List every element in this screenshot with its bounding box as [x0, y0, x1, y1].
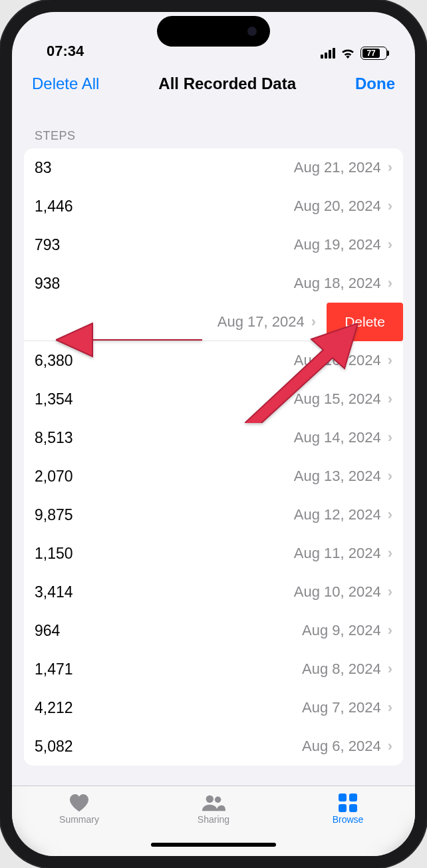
tab-label: Summary [59, 814, 99, 825]
status-indicators: 77 [321, 47, 387, 60]
table-row[interactable]: 793Aug 19, 2024› [24, 225, 403, 264]
dynamic-island [157, 16, 270, 47]
wifi-icon [341, 48, 355, 59]
chevron-right-icon: › [388, 275, 392, 292]
table-row[interactable]: 83Aug 21, 2024› [24, 148, 403, 187]
delete-button[interactable]: Delete [327, 303, 403, 341]
chevron-right-icon: › [388, 352, 392, 369]
table-row[interactable]: 8,513Aug 14, 2024› [24, 418, 403, 457]
chevron-right-icon: › [388, 660, 392, 678]
step-count: 5,082 [35, 738, 302, 756]
delete-all-button[interactable]: Delete All [32, 74, 99, 93]
record-date: Aug 16, 2024 [294, 352, 381, 369]
battery-icon: 77 [360, 47, 387, 60]
record-date: Aug 18, 2024 [294, 275, 381, 292]
table-row[interactable]: 1,446Aug 20, 2024› [24, 187, 403, 225]
step-count: 938 [35, 275, 294, 293]
step-count: 8,513 [35, 429, 294, 447]
step-count: 1,471 [35, 660, 302, 678]
svg-rect-4 [339, 804, 347, 812]
chevron-right-icon: › [388, 506, 392, 523]
chevron-right-icon: › [388, 622, 392, 639]
table-row[interactable]: 1,471Aug 8, 2024› [24, 650, 403, 688]
step-count: 83 [35, 159, 294, 177]
record-date: Aug 21, 2024 [294, 159, 381, 176]
list-wrap: 83Aug 21, 2024›1,446Aug 20, 2024›793Aug … [12, 148, 415, 786]
tab-summary[interactable]: Summary [13, 793, 146, 825]
record-date: Aug 15, 2024 [294, 390, 381, 408]
table-row[interactable]: 1,150Aug 11, 2024› [24, 534, 403, 573]
chevron-right-icon: › [388, 198, 392, 215]
table-row[interactable]: 938Aug 18, 2024› [24, 264, 403, 303]
step-count: 793 [35, 236, 294, 254]
done-button[interactable]: Done [355, 74, 395, 93]
record-date: Aug 10, 2024 [294, 583, 381, 601]
svg-rect-3 [349, 794, 357, 801]
record-date: Aug 11, 2024 [294, 545, 381, 562]
step-count: 9,875 [35, 506, 294, 524]
chevron-right-icon: › [388, 390, 392, 408]
table-row[interactable]: 9,875Aug 12, 2024› [24, 496, 403, 534]
record-date: Aug 7, 2024 [302, 699, 381, 716]
step-count: 6,380 [35, 352, 294, 370]
record-date: Aug 20, 2024 [294, 198, 381, 215]
record-date: Aug 17, 2024 [217, 313, 305, 331]
chevron-right-icon: › [388, 545, 392, 562]
step-count: 1,446 [35, 198, 294, 216]
nav-bar: Delete All All Recorded Data Done [12, 65, 415, 105]
section-header: STEPS [12, 105, 415, 148]
tab-label: Sharing [198, 814, 229, 825]
status-time: 07:34 [47, 43, 84, 60]
table-row[interactable]: 964Aug 9, 2024› [24, 611, 403, 650]
record-date: Aug 13, 2024 [294, 468, 381, 485]
table-row[interactable]: 5,082Aug 6, 2024› [24, 727, 403, 766]
svg-rect-2 [339, 794, 347, 801]
chevron-right-icon: › [311, 313, 316, 331]
chevron-right-icon: › [388, 429, 392, 446]
steps-list[interactable]: 83Aug 21, 2024›1,446Aug 20, 2024›793Aug … [24, 148, 403, 766]
svg-point-1 [215, 797, 221, 803]
table-row[interactable]: Aug 17, 2024›Delete [24, 303, 403, 341]
table-row[interactable]: 2,070Aug 13, 2024› [24, 457, 403, 496]
record-date: Aug 19, 2024 [294, 236, 381, 253]
step-count: 1,150 [35, 545, 294, 563]
step-count: 1,354 [35, 390, 294, 408]
tab-label: Browse [333, 814, 364, 825]
chevron-right-icon: › [388, 159, 392, 176]
record-date: Aug 8, 2024 [302, 660, 381, 678]
cellular-icon [321, 48, 335, 59]
svg-point-0 [206, 796, 214, 803]
tab-browse[interactable]: Browse [281, 793, 414, 825]
chevron-right-icon: › [388, 699, 392, 716]
tab-sharing[interactable]: Sharing [147, 793, 280, 825]
svg-rect-5 [349, 804, 357, 812]
table-row[interactable]: 4,212Aug 7, 2024› [24, 688, 403, 727]
record-date: Aug 14, 2024 [294, 429, 381, 446]
chevron-right-icon: › [388, 738, 392, 755]
page-title: All Recorded Data [158, 74, 296, 93]
record-date: Aug 6, 2024 [302, 738, 381, 755]
step-count: 4,212 [35, 699, 302, 717]
people-icon [202, 793, 225, 813]
step-count: 964 [35, 622, 302, 640]
home-indicator[interactable] [151, 843, 276, 847]
battery-level: 77 [362, 49, 380, 58]
record-date: Aug 9, 2024 [302, 622, 381, 639]
chevron-right-icon: › [388, 468, 392, 485]
screen: 07:34 77 Delete All All Recorded Data Do… [12, 12, 415, 856]
record-date: Aug 12, 2024 [294, 506, 381, 523]
chevron-right-icon: › [388, 583, 392, 601]
table-row[interactable]: 6,380Aug 16, 2024› [24, 341, 403, 380]
device-frame: 07:34 77 Delete All All Recorded Data Do… [0, 0, 427, 868]
step-count: 3,414 [35, 583, 294, 601]
chevron-right-icon: › [388, 236, 392, 253]
table-row[interactable]: 3,414Aug 10, 2024› [24, 573, 403, 611]
grid-icon [336, 793, 360, 813]
heart-icon [67, 793, 91, 813]
step-count: 2,070 [35, 468, 294, 486]
table-row[interactable]: 1,354Aug 15, 2024› [24, 380, 403, 418]
